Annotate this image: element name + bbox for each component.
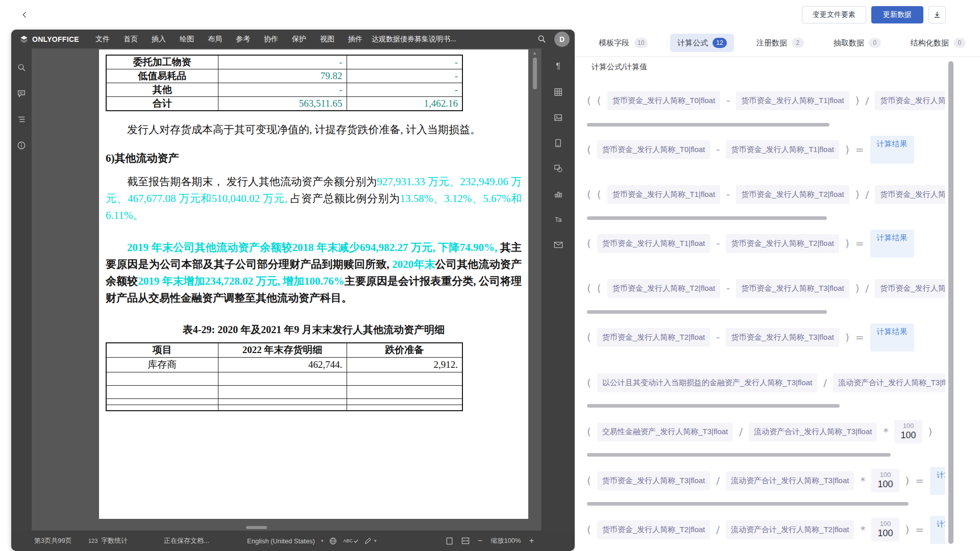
track-changes-button[interactable]: ▾	[364, 537, 377, 544]
document-page[interactable]: 委托加工物资--低值易耗品79.82-其他--合计563,511.651,462…	[99, 49, 528, 519]
field-chip[interactable]: 流动资产合计_发行人简称_T3|float	[833, 373, 945, 392]
field-chip[interactable]: 以公计且其变动计入当期损益的金融资产_发行人简称_T3|float	[597, 373, 817, 392]
formula-row[interactable]: (以公计且其变动计入当期损益的金融资产_发行人简称_T3|float/流动资产合…	[587, 373, 945, 392]
table-row: 库存商462,744.2,912.	[106, 357, 462, 372]
formula-operator: =	[915, 474, 924, 487]
mail-merge-button[interactable]	[553, 239, 564, 251]
paragraph-settings-button[interactable]: ¶	[553, 61, 564, 72]
globe-icon[interactable]	[329, 537, 337, 545]
change-file-elements-button[interactable]: 变更文件要素	[802, 6, 866, 23]
navigation-button[interactable]	[16, 114, 27, 125]
formula-operator: /	[866, 94, 869, 107]
menu-tab[interactable]: 保护	[292, 35, 306, 44]
zoom-in-button[interactable]: +	[529, 536, 534, 545]
menu-tab[interactable]: 首页	[124, 35, 138, 44]
formula-row[interactable]: (交易性金融资产_发行人简称_T3|float/流动资产合计_发行人简称_T3|…	[587, 422, 932, 441]
image-settings-button[interactable]	[553, 112, 564, 123]
field-chip[interactable]: 货币资金_发行人简称_T2|float	[726, 234, 839, 253]
calc-result-chip[interactable]: 计算结果	[870, 136, 914, 164]
field-chip[interactable]: 流动资产合计_发行人简称_T3|float	[749, 422, 877, 441]
search-button[interactable]	[537, 35, 546, 43]
calc-result-chip[interactable]: 计算结果	[930, 516, 945, 544]
field-chip[interactable]: 货币资金_发行人简称_T3|float	[875, 279, 945, 298]
field-chip[interactable]: 货币资金_发行人简称_T0|float	[597, 140, 710, 159]
formula-row[interactable]: ((货币资金_发行人简称_T2|float-货币资金_发行人简称_T3|floa…	[587, 279, 945, 297]
formula-operator: -	[726, 94, 730, 107]
menu-tab[interactable]: 插件	[348, 35, 362, 44]
field-chip[interactable]: 货币资金_发行人简称_T3|float	[736, 279, 849, 298]
field-chip[interactable]: 货币资金_发行人简称_T1|float	[875, 91, 945, 110]
chart-settings-button[interactable]	[553, 188, 564, 199]
page-indicator[interactable]: 第3页共99页	[34, 531, 72, 551]
field-chip[interactable]: 货币资金_发行人简称_T3|float	[726, 328, 839, 347]
formula-operator: /	[866, 282, 869, 294]
formula-row[interactable]: ((货币资金_发行人简称_T1|float-货币资金_发行人简称_T2|floa…	[587, 185, 945, 204]
document-title[interactable]: 达观数据债券募集说明书...	[372, 35, 456, 44]
field-chip[interactable]: 货币资金_发行人简称_T2|float	[875, 185, 945, 204]
formula-row[interactable]: (货币资金_发行人简称_T2|float-货币资金_发行人简称_T3|float…	[587, 328, 914, 346]
field-chip[interactable]: 货币资金_发行人简称_T1|float	[597, 234, 710, 253]
field-chip[interactable]: 货币资金_发行人简称_T2|float	[736, 185, 849, 204]
document-vertical-scrollbar[interactable]	[533, 58, 537, 89]
formula-h-scrollbar[interactable]	[587, 453, 891, 457]
menu-tab[interactable]: 视图	[320, 35, 334, 44]
menu-tab[interactable]: 绘图	[180, 35, 194, 44]
header-footer-settings-button[interactable]	[553, 137, 564, 148]
menu-tab[interactable]: 协作	[264, 35, 278, 44]
menu-tab[interactable]: 参考	[236, 35, 250, 44]
shape-settings-button[interactable]	[553, 163, 564, 174]
zoom-level-label[interactable]: 缩放100%	[491, 536, 521, 545]
field-chip[interactable]: 流动资产合计_发行人简称_T2|float	[726, 520, 854, 539]
formula-row[interactable]: (货币资金_发行人简称_T3|float/流动资产合计_发行人简称_T3|flo…	[587, 471, 945, 490]
back-button[interactable]	[18, 8, 32, 21]
panel-vertical-scrollbar[interactable]	[948, 61, 953, 544]
formula-h-scrollbar[interactable]	[587, 502, 909, 506]
field-chip[interactable]: 交易性金融资产_发行人简称_T3|float	[597, 422, 733, 441]
menu-tab[interactable]: 文件	[95, 35, 110, 44]
calc-result-chip[interactable]: 计算结果	[870, 230, 914, 258]
fit-page-icon[interactable]	[446, 537, 453, 545]
download-button[interactable]	[928, 6, 946, 23]
fraction-chip[interactable]: 100100	[871, 469, 899, 492]
formula-h-scrollbar[interactable]	[587, 310, 827, 314]
field-chip[interactable]: 货币资金_发行人简称_T3|float	[597, 471, 710, 490]
fraction-chip[interactable]: 100100	[894, 420, 922, 443]
formula-h-scrollbar[interactable]	[587, 216, 827, 220]
formula-row[interactable]: (货币资金_发行人简称_T1|float-货币资金_发行人简称_T2|float…	[587, 234, 914, 253]
calc-result-chip[interactable]: 计算结果	[930, 467, 945, 495]
field-chip[interactable]: 货币资金_发行人简称_T1|float	[736, 91, 849, 110]
formula-row[interactable]: (货币资金_发行人简称_T0|float-货币资金_发行人简称_T1|float…	[587, 140, 914, 159]
scroll-up-icon[interactable]: ▲	[532, 51, 537, 56]
field-chip[interactable]: 货币资金_发行人简称_T2|float	[597, 520, 710, 539]
table-settings-button[interactable]	[553, 86, 564, 97]
document-horizontal-scrollbar[interactable]	[246, 526, 267, 529]
update-data-button[interactable]: 更新数据	[871, 6, 923, 23]
field-chip[interactable]: 货币资金_发行人简称_T1|float	[726, 140, 839, 159]
about-button[interactable]	[16, 140, 27, 151]
formula-row[interactable]: (货币资金_发行人简称_T2|float/流动资产合计_发行人简称_T2|flo…	[587, 520, 945, 539]
field-chip[interactable]: 货币资金_发行人简称_T2|float	[607, 279, 720, 298]
paragraph: 发行人对存货成本高于其可变现净值的, 计提存货跌价准备, 计入当期损益。	[106, 121, 522, 138]
spellcheck-button[interactable]: ABC	[343, 538, 358, 543]
table-cell: 低值易耗品	[106, 69, 218, 83]
formula-row[interactable]: ((货币资金_发行人简称_T0|float-货币资金_发行人简称_T1|floa…	[587, 91, 945, 110]
calc-result-chip[interactable]: 计算结果	[870, 323, 914, 352]
field-chip[interactable]: 货币资金_发行人简称_T2|float	[597, 328, 710, 347]
fraction-chip[interactable]: 100100	[871, 518, 899, 541]
zoom-out-button[interactable]: −	[478, 536, 482, 545]
field-chip[interactable]: 流动资产合计_发行人简称_T3|float	[726, 471, 854, 490]
avatar[interactable]: D	[554, 32, 570, 47]
field-chip[interactable]: 货币资金_发行人简称_T0|float	[607, 91, 720, 110]
language-selector[interactable]: English (United States)	[247, 537, 315, 545]
menu-tab[interactable]: 插入	[152, 35, 166, 44]
word-count-button[interactable]: 123 字数统计	[88, 531, 128, 551]
find-button[interactable]	[16, 62, 27, 73]
comments-button[interactable]	[16, 88, 27, 99]
field-chip[interactable]: 货币资金_发行人简称_T1|float	[607, 185, 720, 204]
formula-h-scrollbar[interactable]	[587, 123, 829, 127]
formula-operator: (	[587, 237, 591, 249]
formula-h-scrollbar[interactable]	[587, 404, 840, 408]
menu-tab[interactable]: 布局	[208, 35, 222, 44]
textart-settings-button[interactable]: Ta	[553, 214, 564, 225]
fit-width-icon[interactable]	[461, 537, 470, 544]
